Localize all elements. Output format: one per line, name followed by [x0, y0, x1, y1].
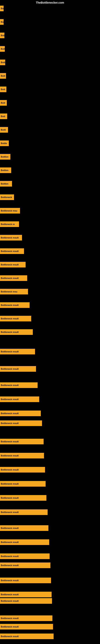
bottleneck-bar-33: Bottleneck result — [0, 467, 45, 472]
bottleneck-bar-12: Bottlen — [0, 168, 11, 173]
bar-item: Bottleneck result — [0, 396, 39, 402]
bottleneck-bar-21: Bottleneck resu — [0, 289, 28, 294]
bottleneck-bar-37: Bottleneck result — [0, 525, 49, 531]
bar-item: Bottleneck result — [0, 624, 53, 630]
bar-item: Bottleneck result — [0, 439, 44, 444]
bottleneck-bar-35: Bottleneck result — [0, 495, 47, 501]
bar-item: Bottleneck result — [0, 539, 49, 545]
bottleneck-bar-16: Bottleneck re — [0, 222, 19, 227]
bottleneck-bar-45: Bottleneck result — [0, 624, 53, 630]
bar-item: Bott — [0, 32, 4, 38]
bottleneck-bar-44: Bottleneck result — [0, 616, 52, 621]
bar-item: Bottleneck result — [0, 509, 48, 515]
bar-item: Bottleneck resu — [0, 208, 20, 214]
bottleneck-bar-43: Bottleneck result — [0, 598, 52, 604]
bottleneck-bar-41: Bottleneck result — [0, 578, 51, 583]
bar-item: Bott — [0, 73, 6, 79]
bar-item: Bottleneck result — [0, 554, 50, 559]
bottleneck-bar-11: Bottlen — [0, 154, 10, 160]
bar-item: Bottlen — [0, 154, 10, 160]
bottleneck-bar-19: Bottleneck result — [0, 262, 26, 268]
bar-item: Bott — [0, 114, 7, 119]
bar-item: Bottle — [0, 140, 9, 146]
bottleneck-bar-29: Bottleneck result — [0, 410, 41, 416]
bar-item: Bo — [0, 6, 3, 11]
bar-item: Bottleneck result — [0, 634, 53, 639]
bar-item: Bottleneck result — [0, 616, 52, 621]
bottleneck-bar-0: Bo — [0, 6, 3, 11]
bottleneck-bar-24: Bottleneck result — [0, 329, 33, 335]
bar-item: Bottleneck result — [0, 275, 27, 281]
bar-item: Bottleneck — [0, 194, 14, 200]
bottleneck-bar-3: Bott — [0, 46, 5, 52]
bar-item: Bottleneck result — [0, 592, 51, 597]
bar-item: Bottleneck result — [0, 366, 36, 372]
bottleneck-bar-34: Bottleneck result — [0, 481, 46, 486]
bottleneck-bar-6: Bott — [0, 86, 6, 92]
bottleneck-bar-10: Bottle — [0, 140, 9, 146]
bottleneck-bar-36: Bottleneck result — [0, 509, 48, 515]
bottleneck-bar-27: Bottleneck result — [0, 382, 38, 388]
bottleneck-bar-31: Bottleneck result — [0, 439, 44, 444]
bar-item: Bottleneck result — [0, 525, 49, 531]
bar-item: Bott — [0, 46, 5, 52]
site-title: TheBottlenecker.com — [36, 1, 64, 4]
bottleneck-bar-32: Bottleneck result — [0, 453, 44, 458]
bottleneck-bar-22: Bottleneck result — [0, 302, 30, 308]
bar-item: Bott — [0, 100, 7, 106]
bar-item: Bottleneck resu — [0, 289, 28, 294]
bottleneck-bar-30: Bottleneck result — [0, 420, 42, 426]
bottleneck-bar-25: Bottleneck result — [0, 349, 35, 354]
bar-item: Bottleneck result — [0, 467, 45, 472]
bar-item: Bottlen — [0, 168, 11, 173]
bottleneck-bar-5: Bott — [0, 73, 6, 79]
bar-item: Bo — [0, 19, 3, 25]
bottleneck-bar-15: Bottleneck resu — [0, 208, 20, 214]
bar-item: Bottleneck re — [0, 222, 19, 227]
bottleneck-bar-8: Bott — [0, 114, 7, 119]
bar-item: Bott — [0, 86, 6, 92]
bar-item: Bottleneck result — [0, 420, 42, 426]
bottleneck-bar-28: Bottleneck result — [0, 396, 39, 402]
bar-item: Bottleneck result — [0, 248, 24, 254]
bar-item: Bottl — [0, 127, 8, 132]
bottleneck-bar-9: Bottl — [0, 127, 8, 132]
bar-item: Bottleneck result — [0, 495, 47, 501]
bottleneck-bar-7: Bott — [0, 100, 7, 106]
bottleneck-bar-20: Bottleneck result — [0, 275, 27, 281]
bottleneck-bar-4: Bott — [0, 60, 5, 65]
bottleneck-bar-40: Bottleneck result — [0, 562, 50, 568]
bar-item: Bottleneck result — [0, 562, 50, 568]
bar-item: Bottleneck result — [0, 481, 46, 486]
bar-item: Bott — [0, 60, 5, 65]
bar-item: Bottleneck result — [0, 382, 38, 388]
bottleneck-bar-17: Bottleneck result — [0, 235, 22, 240]
bottleneck-bar-1: Bo — [0, 19, 3, 25]
bar-item: Bottleneck result — [0, 316, 31, 322]
bar-item: Bottleneck result — [0, 262, 26, 268]
bottleneck-bar-2: Bott — [0, 32, 4, 38]
bar-item: Bottlen — [0, 181, 12, 186]
bar-item: Bottleneck result — [0, 598, 52, 604]
bar-item: Bottleneck result — [0, 349, 35, 354]
bottleneck-bar-18: Bottleneck result — [0, 248, 24, 254]
bottleneck-bar-23: Bottleneck result — [0, 316, 31, 322]
bottleneck-bar-39: Bottleneck result — [0, 554, 50, 559]
bar-item: Bottleneck result — [0, 410, 41, 416]
bottleneck-bar-26: Bottleneck result — [0, 366, 36, 372]
bar-item: Bottleneck result — [0, 578, 51, 583]
bottleneck-bar-38: Bottleneck result — [0, 539, 49, 545]
bottleneck-bar-13: Bottlen — [0, 181, 12, 186]
bar-item: Bottleneck result — [0, 453, 44, 458]
bar-item: Bottleneck result — [0, 302, 30, 308]
bar-item: Bottleneck result — [0, 235, 22, 240]
bottleneck-bar-42: Bottleneck result — [0, 592, 51, 597]
bar-item: Bottleneck result — [0, 329, 33, 335]
bottleneck-bar-46: Bottleneck result — [0, 634, 53, 639]
bottleneck-bar-14: Bottleneck — [0, 194, 14, 200]
